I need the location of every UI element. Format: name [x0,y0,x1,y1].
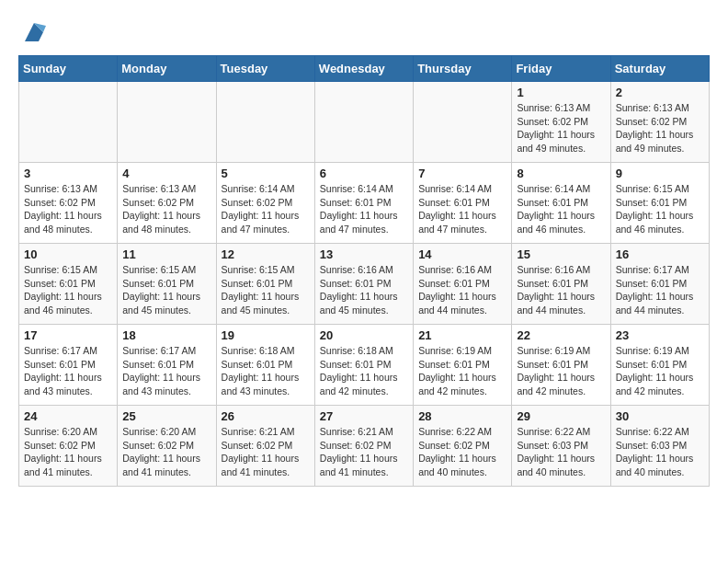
day-number: 12 [222,247,310,261]
calendar-week-3: 10Sunrise: 6:15 AM Sunset: 6:01 PM Dayli… [19,244,710,325]
calendar-cell: 27Sunrise: 6:21 AM Sunset: 6:02 PM Dayli… [314,406,413,487]
day-number: 20 [320,328,408,342]
day-info: Sunrise: 6:14 AM Sunset: 6:01 PM Dayligh… [320,182,408,236]
day-info: Sunrise: 6:15 AM Sunset: 6:01 PM Dayligh… [222,263,310,317]
calendar-cell: 6Sunrise: 6:14 AM Sunset: 6:01 PM Daylig… [314,163,413,244]
day-number: 25 [122,409,210,423]
calendar-week-2: 3Sunrise: 6:13 AM Sunset: 6:02 PM Daylig… [19,163,710,244]
day-number: 1 [517,86,605,99]
day-info: Sunrise: 6:19 AM Sunset: 6:01 PM Dayligh… [418,344,506,398]
day-info: Sunrise: 6:17 AM Sunset: 6:01 PM Dayligh… [24,344,112,398]
calendar-body: 1Sunrise: 6:13 AM Sunset: 6:02 PM Daylig… [19,82,710,487]
calendar-cell: 23Sunrise: 6:19 AM Sunset: 6:01 PM Dayli… [610,325,709,406]
calendar-week-5: 24Sunrise: 6:20 AM Sunset: 6:02 PM Dayli… [19,406,710,487]
day-number: 30 [616,409,704,423]
calendar-cell: 29Sunrise: 6:22 AM Sunset: 6:03 PM Dayli… [512,406,610,487]
day-number: 4 [122,167,210,180]
day-number: 10 [24,247,112,261]
weekday-header-wednesday: Wednesday [314,56,413,82]
calendar-cell: 9Sunrise: 6:15 AM Sunset: 6:01 PM Daylig… [610,163,709,244]
day-number: 26 [222,409,310,423]
calendar-cell [216,82,314,163]
day-info: Sunrise: 6:13 AM Sunset: 6:02 PM Dayligh… [517,101,605,155]
calendar-cell: 25Sunrise: 6:20 AM Sunset: 6:02 PM Dayli… [118,406,216,487]
day-number: 3 [24,167,112,180]
day-info: Sunrise: 6:16 AM Sunset: 6:01 PM Dayligh… [320,263,408,317]
weekday-header-friday: Friday [512,56,610,82]
day-info: Sunrise: 6:15 AM Sunset: 6:01 PM Dayligh… [616,182,704,236]
day-number: 13 [320,247,408,261]
day-number: 24 [24,409,112,423]
day-number: 18 [122,328,210,342]
calendar-week-4: 17Sunrise: 6:17 AM Sunset: 6:01 PM Dayli… [19,325,710,406]
calendar-cell: 11Sunrise: 6:15 AM Sunset: 6:01 PM Dayli… [118,244,216,325]
calendar-cell: 12Sunrise: 6:15 AM Sunset: 6:01 PM Dayli… [216,244,314,325]
weekday-header-sunday: Sunday [19,56,118,82]
day-number: 29 [517,409,605,423]
day-number: 17 [24,328,112,342]
day-info: Sunrise: 6:20 AM Sunset: 6:02 PM Dayligh… [24,425,112,479]
calendar-cell: 13Sunrise: 6:16 AM Sunset: 6:01 PM Dayli… [314,244,413,325]
day-number: 22 [517,328,605,342]
day-info: Sunrise: 6:17 AM Sunset: 6:01 PM Dayligh… [122,344,210,398]
day-number: 23 [616,328,704,342]
calendar-table: SundayMondayTuesdayWednesdayThursdayFrid… [18,55,710,487]
day-info: Sunrise: 6:14 AM Sunset: 6:02 PM Dayligh… [222,182,310,236]
calendar-cell [414,82,512,163]
page-header [18,18,710,46]
day-number: 16 [616,247,704,261]
calendar-cell [118,82,216,163]
calendar-cell: 19Sunrise: 6:18 AM Sunset: 6:01 PM Dayli… [216,325,314,406]
calendar-cell: 10Sunrise: 6:15 AM Sunset: 6:01 PM Dayli… [19,244,118,325]
day-number: 11 [122,247,210,261]
calendar-cell [314,82,413,163]
calendar-cell: 21Sunrise: 6:19 AM Sunset: 6:01 PM Dayli… [414,325,512,406]
day-info: Sunrise: 6:13 AM Sunset: 6:02 PM Dayligh… [24,182,112,236]
day-info: Sunrise: 6:19 AM Sunset: 6:01 PM Dayligh… [616,344,704,398]
calendar-cell: 24Sunrise: 6:20 AM Sunset: 6:02 PM Dayli… [19,406,118,487]
day-number: 7 [418,167,506,180]
day-number: 8 [517,167,605,180]
day-info: Sunrise: 6:15 AM Sunset: 6:01 PM Dayligh… [24,263,112,317]
day-number: 2 [616,86,704,99]
day-info: Sunrise: 6:16 AM Sunset: 6:01 PM Dayligh… [418,263,506,317]
day-number: 21 [418,328,506,342]
day-number: 19 [222,328,310,342]
day-info: Sunrise: 6:14 AM Sunset: 6:01 PM Dayligh… [418,182,506,236]
calendar-cell: 8Sunrise: 6:14 AM Sunset: 6:01 PM Daylig… [512,163,610,244]
calendar-cell: 5Sunrise: 6:14 AM Sunset: 6:02 PM Daylig… [216,163,314,244]
calendar-cell [19,82,118,163]
logo-icon [20,18,48,46]
day-number: 5 [222,167,310,180]
calendar-cell: 18Sunrise: 6:17 AM Sunset: 6:01 PM Dayli… [118,325,216,406]
calendar-cell: 20Sunrise: 6:18 AM Sunset: 6:01 PM Dayli… [314,325,413,406]
day-info: Sunrise: 6:21 AM Sunset: 6:02 PM Dayligh… [320,425,408,479]
calendar-cell: 3Sunrise: 6:13 AM Sunset: 6:02 PM Daylig… [19,163,118,244]
day-info: Sunrise: 6:19 AM Sunset: 6:01 PM Dayligh… [517,344,605,398]
day-number: 9 [616,167,704,180]
calendar-header: SundayMondayTuesdayWednesdayThursdayFrid… [19,56,710,82]
calendar-cell: 16Sunrise: 6:17 AM Sunset: 6:01 PM Dayli… [610,244,709,325]
day-info: Sunrise: 6:14 AM Sunset: 6:01 PM Dayligh… [517,182,605,236]
calendar-cell: 28Sunrise: 6:22 AM Sunset: 6:02 PM Dayli… [414,406,512,487]
weekday-header-tuesday: Tuesday [216,56,314,82]
calendar-cell: 22Sunrise: 6:19 AM Sunset: 6:01 PM Dayli… [512,325,610,406]
day-info: Sunrise: 6:18 AM Sunset: 6:01 PM Dayligh… [320,344,408,398]
calendar-cell: 14Sunrise: 6:16 AM Sunset: 6:01 PM Dayli… [414,244,512,325]
calendar-cell: 1Sunrise: 6:13 AM Sunset: 6:02 PM Daylig… [512,82,610,163]
calendar-cell: 4Sunrise: 6:13 AM Sunset: 6:02 PM Daylig… [118,163,216,244]
calendar-week-1: 1Sunrise: 6:13 AM Sunset: 6:02 PM Daylig… [19,82,710,163]
day-number: 27 [320,409,408,423]
day-info: Sunrise: 6:16 AM Sunset: 6:01 PM Dayligh… [517,263,605,317]
weekday-header-saturday: Saturday [610,56,709,82]
day-info: Sunrise: 6:18 AM Sunset: 6:01 PM Dayligh… [222,344,310,398]
weekday-header-monday: Monday [118,56,216,82]
day-info: Sunrise: 6:17 AM Sunset: 6:01 PM Dayligh… [616,263,704,317]
day-info: Sunrise: 6:13 AM Sunset: 6:02 PM Dayligh… [616,101,704,155]
calendar-cell: 17Sunrise: 6:17 AM Sunset: 6:01 PM Dayli… [19,325,118,406]
calendar-cell: 7Sunrise: 6:14 AM Sunset: 6:01 PM Daylig… [414,163,512,244]
weekday-row: SundayMondayTuesdayWednesdayThursdayFrid… [19,56,710,82]
day-info: Sunrise: 6:22 AM Sunset: 6:03 PM Dayligh… [517,425,605,479]
day-info: Sunrise: 6:22 AM Sunset: 6:02 PM Dayligh… [418,425,506,479]
day-number: 6 [320,167,408,180]
